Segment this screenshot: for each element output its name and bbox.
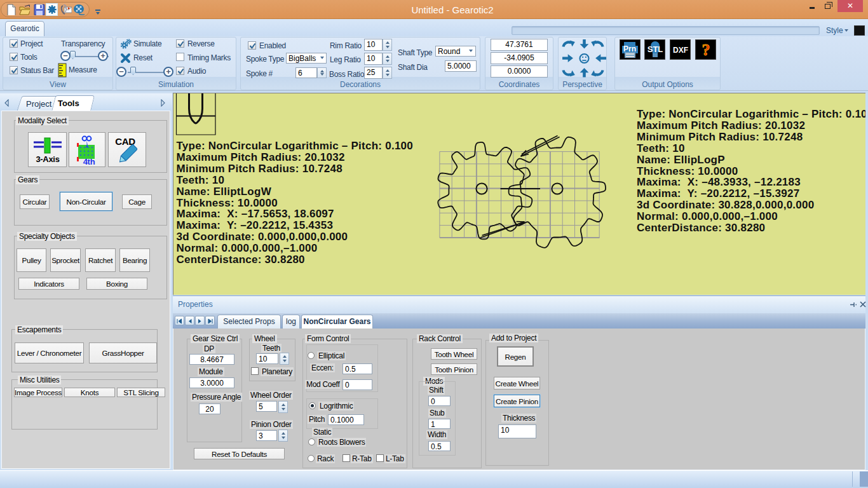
svg-text:DXF: DXF [673, 46, 688, 55]
svg-text:?: ? [702, 41, 710, 59]
svg-text:3-Axis: 3-Axis [36, 154, 59, 164]
svg-text:4th: 4th [83, 157, 95, 166]
svg-text:STL: STL [648, 44, 663, 54]
svg-text:Prn: Prn [623, 44, 636, 53]
